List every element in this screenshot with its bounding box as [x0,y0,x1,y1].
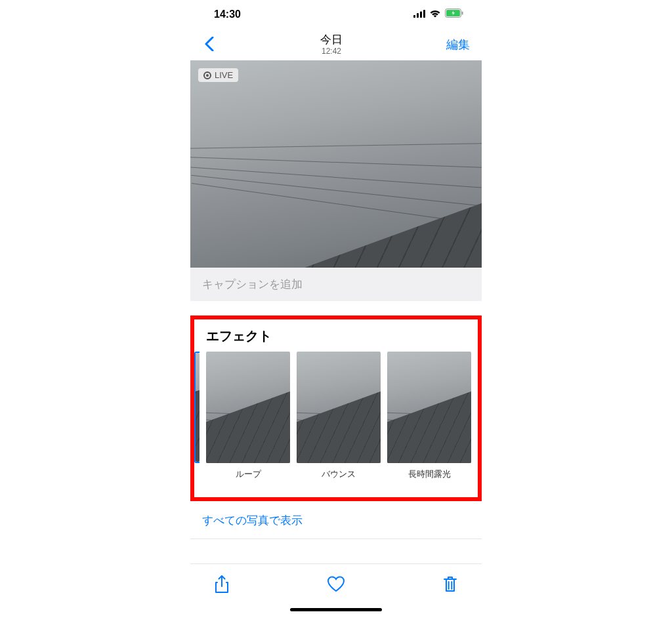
delete-button[interactable] [441,575,459,594]
favorite-button[interactable] [327,575,345,594]
share-button[interactable] [213,575,231,594]
svg-rect-3 [423,10,425,18]
photo-decoration [262,189,482,268]
wifi-icon [429,9,441,20]
photo-decoration [191,175,481,206]
effect-thumb [387,352,471,463]
phone-frame: 14:30 今日 12:42 編集 LIVE [190,0,482,617]
effect-thumb [206,352,290,463]
photo-decoration [191,167,482,188]
effect-tile-longexposure[interactable]: 長時間露光 [387,352,471,480]
bottom-toolbar [190,563,482,604]
effect-tile-loop[interactable]: ループ [206,352,290,480]
live-label: LIVE [215,70,233,80]
nav-title-sub: 12:42 [320,47,343,56]
status-bar: 14:30 [190,0,482,29]
svg-rect-0 [413,15,415,18]
effects-section: エフェクト ループ バウンス [190,316,482,501]
back-button[interactable] [202,33,217,56]
live-icon [203,71,211,79]
nav-bar: 今日 12:42 編集 [190,29,482,60]
effects-row[interactable]: ループ バウンス 長時間露光 [194,352,478,480]
photo-decoration [190,143,482,149]
status-right [413,9,463,20]
caption-input[interactable]: キャプションを追加 [190,268,482,301]
effects-title: エフェクト [194,327,478,352]
signal-icon [413,9,425,20]
effect-label: バウンス [297,468,381,480]
main-photo[interactable]: LIVE [190,60,482,268]
photo-decoration [192,183,480,224]
live-badge: LIVE [198,68,238,82]
svg-rect-1 [417,13,419,18]
svg-rect-6 [462,12,463,15]
show-all-photos-link[interactable]: すべての写真で表示 [190,501,482,539]
spacer [190,539,482,563]
nav-title: 今日 12:42 [320,33,343,56]
nav-title-main: 今日 [320,33,343,47]
home-indicator[interactable] [290,608,382,611]
effect-thumb [297,352,381,463]
photo-decoration [190,157,482,167]
battery-icon [445,9,463,20]
effect-tile-bounce[interactable]: バウンス [297,352,381,480]
status-time: 14:30 [214,9,241,20]
svg-rect-2 [420,12,422,18]
effect-label: ループ [206,468,290,480]
effect-tile-selected[interactable] [194,352,200,463]
effect-label: 長時間露光 [387,468,471,480]
edit-button[interactable]: 編集 [446,37,470,52]
